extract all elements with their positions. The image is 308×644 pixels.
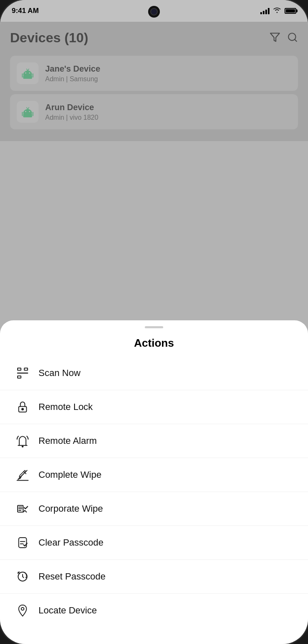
- remote-lock-icon: [15, 399, 30, 415]
- battery-icon: [285, 8, 296, 14]
- svg-point-18: [22, 408, 23, 410]
- remote-alarm-icon: [15, 433, 30, 448]
- reset-passcode-label: Reset Passcode: [38, 571, 105, 582]
- phone-frame: 9:41 AM Devices (10): [0, 0, 308, 644]
- action-remote-alarm[interactable]: Remote Alarm: [0, 424, 308, 458]
- status-time: 9:41 AM: [12, 7, 39, 15]
- corporate-wipe-label: Corporate Wipe: [38, 503, 103, 514]
- scan-now-label: Scan Now: [38, 368, 80, 379]
- actions-bottom-sheet: Actions Scan Now: [0, 320, 308, 644]
- scan-now-icon: [15, 366, 30, 381]
- camera-notch: [148, 6, 160, 18]
- phone-screen: 9:41 AM Devices (10): [0, 0, 308, 644]
- locate-device-icon: [15, 603, 30, 618]
- action-scan-now[interactable]: Scan Now: [0, 356, 308, 390]
- remote-alarm-label: Remote Alarm: [38, 435, 97, 446]
- reset-passcode-icon: [15, 569, 30, 584]
- action-reset-passcode[interactable]: Reset Passcode: [0, 560, 308, 594]
- svg-point-29: [21, 608, 24, 611]
- svg-point-19: [22, 446, 23, 447]
- status-icons: [260, 7, 296, 15]
- wifi-icon: [273, 7, 281, 15]
- clear-passcode-icon: [15, 535, 30, 550]
- action-locate-device[interactable]: Locate Device: [0, 594, 308, 627]
- action-complete-wipe[interactable]: Complete Wipe: [0, 458, 308, 492]
- complete-wipe-label: Complete Wipe: [38, 469, 101, 480]
- corporate-wipe-icon: [15, 501, 30, 516]
- svg-rect-13: [18, 368, 21, 370]
- svg-rect-14: [24, 368, 28, 370]
- camera-lens: [150, 8, 158, 15]
- sheet-title: Actions: [0, 328, 308, 356]
- action-corporate-wipe[interactable]: Corporate Wipe: [0, 492, 308, 526]
- remote-lock-label: Remote Lock: [38, 402, 93, 412]
- complete-wipe-icon: [15, 467, 30, 482]
- clear-passcode-label: Clear Passcode: [38, 537, 103, 548]
- svg-rect-15: [18, 376, 21, 378]
- action-remote-lock[interactable]: Remote Lock: [0, 390, 308, 424]
- locate-device-label: Locate Device: [38, 605, 97, 616]
- action-clear-passcode[interactable]: Clear Passcode: [0, 526, 308, 560]
- signal-icon: [260, 8, 270, 14]
